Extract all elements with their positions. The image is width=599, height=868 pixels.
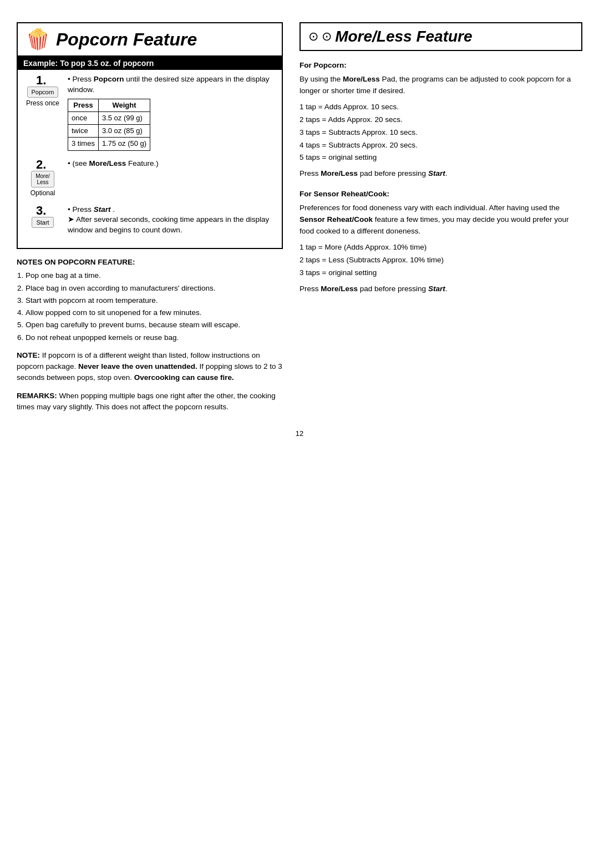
right-column: ⊙ ⊙ More/Less Feature For Popcorn: By us… [300,22,582,413]
popcorn-title: Popcorn Feature [56,29,197,50]
step-1-content: • Press Popcorn until the desired size a… [68,74,276,151]
step-2-row: 2. More/Less Optional • (see More/Less F… [23,159,276,197]
list-item: Place bag in oven according to manufactu… [26,283,283,294]
list-item: 5 taps = original setting [300,152,582,164]
more-less-icons: ⊙ ⊙ [308,29,332,44]
table-cell: once [68,111,99,124]
step-3-content: • Press Start .➤ After several seconds, … [68,205,276,236]
table-cell: twice [68,125,99,138]
for-popcorn-title: For Popcorn: [300,60,582,72]
for-popcorn-intro: By using the More/Less Pad, the programs… [300,74,582,97]
page-container: 🍿 Popcorn Feature Example: To pop 3.5 oz… [17,22,582,438]
step-3-text: • Press Start .➤ After several seconds, … [68,205,269,235]
more-less-title: More/Less Feature [335,28,472,45]
list-item: Allow popped corn to sit unopened for a … [26,307,283,318]
step-3-left: 3. Start [23,205,62,230]
table-header-weight: Weight [98,99,150,111]
list-item: 1 tap = More (Adds Approx. 10% time) [300,242,582,253]
notes-list: Pop one bag at a time. Place bag in oven… [17,270,283,343]
step-3-row: 3. Start • Press Start .➤ After several … [23,205,276,236]
more-less-button: More/Less [31,171,54,187]
page-number: 12 [17,429,582,438]
step-2-content: • (see More/Less Feature.) [68,159,276,169]
step-1-left: 1. Popcorn Press once [23,74,62,107]
for-popcorn-list: 1 tap = Adds Approx. 10 secs. 2 taps = A… [300,101,582,164]
table-cell: 3 times [68,138,99,150]
list-item: 3 taps = original setting [300,267,582,279]
note-block: NOTE: If popcorn is of a different weigh… [17,350,283,384]
list-item: 2 taps = Adds Approx. 20 secs. [300,114,582,126]
list-item: 4 taps = Subtracts Approx. 20 secs. [300,140,582,151]
step-1-press-label: Press once [26,99,59,107]
list-item: 1 tap = Adds Approx. 10 secs. [300,101,582,113]
list-item: 3 taps = Subtracts Approx. 10 secs. [300,127,582,139]
popcorn-button: Popcorn [27,87,59,98]
note-text: If popcorn is of a different weight than… [17,351,282,382]
step-3-number: 3. [36,205,49,217]
list-item: 2 taps = Less (Subtracts Approx. 10% tim… [300,255,582,266]
step-1-number: 1. [36,74,49,87]
remarks-block: REMARKS: When popping multiple bags one … [17,390,283,413]
list-item: Open bag carefully to prevent burns, bec… [26,319,283,331]
weight-table: Press Weight once 3.5 oz (99 g) twice 3.… [68,99,150,151]
step-1-row: 1. Popcorn Press once • Press Popcorn un… [23,74,276,151]
notes-section: NOTES ON POPCORN FEATURE: Pop one bag at… [17,257,283,343]
note-title: NOTE: [17,351,40,359]
more-less-header: ⊙ ⊙ More/Less Feature [300,22,582,51]
for-sensor-section: For Sensor Reheat/Cook: Preferences for … [300,189,582,295]
remarks-title: REMARKS: [17,392,57,400]
example-header: Example: To pop 3.5 oz. of popcorn [18,57,282,70]
for-popcorn-section: For Popcorn: By using the More/Less Pad,… [300,60,582,180]
for-sensor-list: 1 tap = More (Adds Approx. 10% time) 2 t… [300,242,582,279]
table-cell: 1.75 oz (50 g) [98,138,150,150]
popcorn-icon: 🍿 [26,28,50,51]
list-item: Do not reheat unpopped kernels or reuse … [26,332,283,343]
step-1-text: • Press Popcorn until the desired size a… [68,75,269,94]
for-popcorn-press: Press More/Less pad before pressing Star… [300,168,582,180]
table-cell: 3.5 oz (99 g) [98,111,150,124]
for-sensor-intro: Preferences for food doneness vary with … [300,202,582,237]
step-2-left: 2. More/Less Optional [23,159,62,197]
steps-container: 1. Popcorn Press once • Press Popcorn un… [18,70,282,248]
step-2-text: • (see More/Less Feature.) [68,159,159,167]
step-2-press-label: Optional [31,189,55,197]
list-item: Pop one bag at a time. [26,270,283,281]
for-sensor-title: For Sensor Reheat/Cook: [300,189,582,200]
list-item: Start with popcorn at room temperature. [26,295,283,306]
notes-title: NOTES ON POPCORN FEATURE: [17,257,283,268]
step-2-number: 2. [36,159,49,171]
example-box: Example: To pop 3.5 oz. of popcorn 1. Po… [17,57,283,249]
table-header-press: Press [68,99,99,111]
start-button: Start [32,217,53,228]
popcorn-feature-header: 🍿 Popcorn Feature [17,22,283,57]
left-column: 🍿 Popcorn Feature Example: To pop 3.5 oz… [17,22,283,413]
table-cell: 3.0 oz (85 g) [98,125,150,138]
for-sensor-press: Press More/Less pad before pressing Star… [300,283,582,295]
